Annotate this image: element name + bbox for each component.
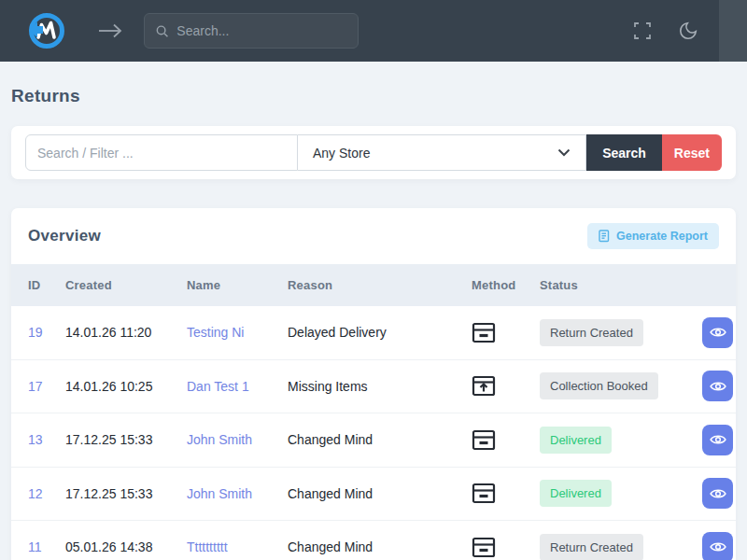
- table-row: 11 05.01.26 14:38 Tttttttttt Changed Min…: [11, 521, 736, 560]
- table-row: 19 14.01.26 11:20 Testing Ni Delayed Del…: [11, 306, 736, 360]
- view-return-button[interactable]: [702, 317, 733, 348]
- action-cell: [702, 371, 736, 401]
- column-header: Created: [65, 278, 187, 292]
- return-id-link[interactable]: 11: [28, 539, 65, 554]
- column-header: ID: [28, 278, 65, 292]
- card-title: Overview: [28, 227, 101, 245]
- column-header: Method: [472, 278, 540, 292]
- dropoff-box-icon: [472, 537, 496, 558]
- eye-icon: [710, 380, 726, 393]
- page-title: Returns: [11, 86, 736, 106]
- status-cell: Collection Booked: [540, 372, 702, 399]
- status-badge: Delivered: [540, 427, 612, 454]
- app-logo[interactable]: [24, 9, 67, 52]
- created-cell: 17.12.25 15:33: [65, 432, 187, 447]
- table-row: 17 14.01.26 10:25 Dan Test 1 Missing Ite…: [11, 360, 736, 414]
- table-body: 19 14.01.26 11:20 Testing Ni Delayed Del…: [11, 306, 736, 560]
- status-cell: Delivered: [540, 480, 702, 507]
- eye-icon: [710, 540, 726, 553]
- search-icon: [156, 24, 168, 38]
- overview-card-header: Overview Generate Report: [11, 208, 736, 264]
- customer-name-link[interactable]: John Smith: [187, 432, 288, 447]
- status-cell: Delivered: [540, 427, 702, 454]
- main-content: Returns Any Store Search Reset Overview: [0, 86, 747, 560]
- filter-search-input[interactable]: [25, 134, 298, 171]
- return-id-link[interactable]: 13: [28, 432, 65, 447]
- return-id-link[interactable]: 12: [28, 486, 65, 501]
- fullscreen-icon: [633, 21, 652, 40]
- fullscreen-button[interactable]: [633, 21, 652, 40]
- method-cell: [472, 537, 540, 558]
- generate-report-label: Generate Report: [616, 230, 708, 243]
- return-id-link[interactable]: 17: [28, 379, 65, 394]
- method-cell: [472, 483, 540, 504]
- created-cell: 14.01.26 10:25: [65, 379, 187, 394]
- customer-name-link[interactable]: John Smith: [187, 486, 288, 501]
- top-navbar: [0, 0, 747, 62]
- filter-card: Any Store Search Reset: [11, 126, 736, 179]
- created-cell: 14.01.26 11:20: [65, 325, 187, 340]
- customer-name-link[interactable]: Tttttttttt: [187, 539, 288, 554]
- reason-cell: Missing Items: [288, 379, 472, 394]
- status-cell: Return Created: [540, 319, 702, 346]
- collection-box-icon: [472, 375, 496, 397]
- method-cell: [472, 375, 540, 397]
- navbar-actions: [633, 21, 698, 41]
- report-document-icon: [599, 230, 611, 243]
- return-id-link[interactable]: 19: [28, 325, 65, 340]
- customer-name-link[interactable]: Testing Ni: [187, 325, 288, 340]
- view-return-button[interactable]: [702, 478, 733, 509]
- eye-icon: [710, 433, 726, 446]
- action-cell: [702, 425, 736, 455]
- dropoff-box-icon: [472, 429, 496, 451]
- eye-icon: [710, 487, 726, 500]
- search-button[interactable]: Search: [586, 134, 662, 171]
- customer-name-link[interactable]: Dan Test 1: [187, 379, 288, 394]
- dropoff-box-icon: [472, 483, 496, 504]
- dropoff-box-icon: [472, 322, 496, 343]
- reset-button[interactable]: Reset: [662, 134, 722, 171]
- menu-toggle-button[interactable]: [97, 22, 123, 39]
- action-cell: [702, 317, 736, 348]
- status-badge: Return Created: [540, 319, 643, 346]
- created-cell: 05.01.26 14:38: [65, 539, 187, 554]
- reason-cell: Delayed Delivery: [288, 325, 472, 340]
- action-cell: [702, 532, 736, 560]
- store-select-value: Any Store: [313, 146, 370, 161]
- view-return-button[interactable]: [702, 425, 733, 455]
- reason-cell: Changed Mind: [288, 539, 472, 554]
- navbar-right-strip: [719, 0, 747, 62]
- status-badge: Return Created: [540, 534, 643, 560]
- table-row: 13 17.12.25 15:33 John Smith Changed Min…: [11, 413, 736, 468]
- status-cell: Return Created: [540, 534, 702, 560]
- status-badge: Delivered: [540, 480, 612, 507]
- chevron-down-icon: [557, 148, 571, 157]
- column-header: Name: [187, 278, 288, 292]
- created-cell: 17.12.25 15:33: [65, 486, 187, 501]
- overview-card: Overview Generate Report IDCreatedNameRe…: [11, 208, 736, 560]
- reason-cell: Changed Mind: [288, 432, 472, 447]
- store-select[interactable]: Any Store: [298, 134, 586, 171]
- dark-mode-toggle[interactable]: [678, 21, 698, 41]
- app: Returns Any Store Search Reset Overview: [0, 0, 747, 560]
- table-header: IDCreatedNameReasonMethodStatus: [11, 264, 736, 306]
- moon-icon: [678, 21, 698, 41]
- method-cell: [472, 429, 540, 451]
- method-cell: [472, 322, 540, 343]
- column-header: Status: [540, 278, 702, 292]
- rm-logo-icon: [25, 10, 66, 51]
- table-row: 12 17.12.25 15:33 John Smith Changed Min…: [11, 468, 736, 522]
- status-badge: Collection Booked: [540, 372, 658, 399]
- generate-report-button[interactable]: Generate Report: [587, 223, 719, 249]
- navbar-search-input[interactable]: [176, 23, 346, 38]
- filter-input-group: Any Store Search Reset: [25, 134, 722, 171]
- eye-icon: [710, 326, 726, 339]
- view-return-button[interactable]: [702, 371, 733, 401]
- reason-cell: Changed Mind: [288, 486, 472, 501]
- arrow-right-icon: [97, 22, 123, 39]
- view-return-button[interactable]: [702, 532, 733, 560]
- column-header: Reason: [288, 278, 472, 292]
- navbar-search[interactable]: [144, 13, 359, 49]
- action-cell: [702, 478, 736, 509]
